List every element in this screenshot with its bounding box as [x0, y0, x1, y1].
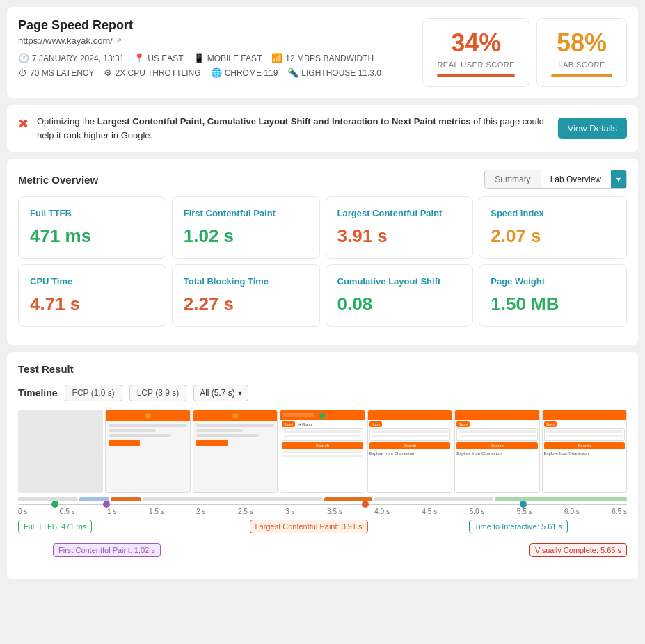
screen5-form — [369, 428, 450, 441]
screen4-tab2: ✈ Flights — [296, 421, 314, 427]
screen7-content: Stays Search Explore from Charleston — [543, 420, 626, 457]
meta-row-2: ⏱70 MS LATENCY ⚙2X CPU THROTTLING 🌐CHROM… — [18, 67, 415, 78]
screen4-logo — [283, 413, 314, 417]
screen4-result2 — [282, 455, 363, 457]
alert-card: ✖ Optimizing the Largest Contentful Pain… — [7, 105, 638, 152]
timeline-btn-all[interactable]: All (5.7 s) ▾ — [193, 385, 248, 401]
screen5-f2 — [372, 435, 448, 437]
screen4-results — [282, 451, 363, 457]
axis-label-0: 0 s — [18, 508, 27, 515]
meta-location: 📍US EAST — [134, 53, 183, 63]
metric-lcp-name: Largest Contentful Paint — [337, 208, 462, 218]
progress-bar-1 — [18, 497, 78, 501]
screen6-tab: Stays — [456, 421, 470, 427]
timeline-label: Timeline — [18, 387, 58, 399]
timeline-btn-fcp[interactable]: FCP (1.0 s) — [65, 385, 122, 401]
alert-text-before: Optimizing the — [37, 116, 97, 127]
screen5-tab: Stays — [369, 421, 383, 427]
view-details-button[interactable]: View Details — [558, 118, 627, 139]
header-left: Page Speed Report https://www.kayak.com/… — [18, 18, 415, 87]
metric-full-ttfb: Full TTFB 471 ms — [18, 196, 166, 259]
report-url: https://www.kayak.com/ ↗ — [18, 35, 415, 46]
screen4-content: Stays ✈ Flights Search — [280, 420, 364, 460]
metric-tbt-value: 2.27 s — [184, 293, 308, 315]
meta-chrome: 🌐CHROME 119 — [211, 67, 278, 78]
marker-tti: Time to Interactive: 5.61 s — [469, 520, 568, 533]
screen6-search: Search — [456, 442, 537, 449]
screen7-header — [543, 410, 626, 420]
location-icon: 📍 — [134, 53, 145, 63]
timeline-btn-lcp[interactable]: LCP (3.9 s) — [129, 385, 186, 401]
fake-line-short — [109, 429, 155, 432]
real-user-score-value: 34% — [451, 29, 501, 58]
metric-fcp-name: First Contentful Paint — [184, 208, 308, 218]
screenshot-6: Stays Search Explore from Charleston — [454, 410, 539, 493]
progress-bar-6 — [374, 497, 494, 501]
latency-icon: ⏱ — [18, 67, 27, 78]
screenshot-4-dot — [319, 413, 325, 419]
bandwidth-icon: 📶 — [271, 53, 282, 63]
fake-screen — [106, 410, 189, 492]
screenshot-dot-orange — [145, 413, 151, 419]
marker-ttfb: Full TTFB: 471 ms — [18, 520, 92, 533]
dot-tti — [520, 501, 527, 508]
screenshot-3 — [193, 410, 278, 493]
metric-page-weight-name: Page Weight — [491, 276, 615, 287]
tab-dropdown-button[interactable]: ▾ — [611, 170, 626, 188]
external-link-icon: ↗ — [116, 36, 122, 45]
alert-text-bold: Largest Contentful Paint, Cumulative Lay… — [97, 116, 471, 127]
screen6-f2 — [459, 435, 535, 437]
meta-cpu: ⚙2X CPU THROTTLING — [104, 67, 200, 78]
screen7-tabs: Stays — [544, 421, 625, 427]
screenshot-1 — [18, 410, 103, 493]
metric-tbt-name: Total Blocking Time — [184, 276, 308, 287]
tab-lab-overview[interactable]: Lab Overview — [541, 170, 611, 188]
axis-label-3: 3 s — [285, 508, 294, 515]
progress-bar-3 — [111, 497, 141, 501]
real-user-score-underline — [437, 74, 515, 77]
dot-ttfb — [51, 501, 58, 508]
metric-overview-header: Metric Overview Summary Lab Overview ▾ — [18, 170, 627, 189]
metrics-grid: Full TTFB 471 ms First Contentful Paint … — [18, 196, 627, 327]
metric-cls-value: 0.08 — [337, 293, 462, 315]
fake-line-3b — [196, 429, 243, 432]
header-card: Page Speed Report https://www.kayak.com/… — [7, 7, 638, 98]
real-user-score-label: REAL USER SCORE — [437, 61, 515, 69]
metric-overview-title: Metric Overview — [18, 174, 98, 186]
tab-group: Summary Lab Overview ▾ — [484, 170, 627, 189]
fake-screen-3 — [193, 410, 277, 492]
metric-tbt: Total Blocking Time 2.27 s — [172, 264, 320, 327]
chrome-icon: 🌐 — [211, 67, 222, 78]
dropdown-chevron-icon: ▾ — [238, 388, 242, 398]
marker-lcp: Largest Contentful Paint: 3.91 s — [250, 520, 368, 533]
screen5-content: Stays Search Explore from Charleston — [368, 420, 452, 457]
report-title: Page Speed Report — [18, 18, 415, 33]
screenshots-container: Stays ✈ Flights Search — [18, 410, 627, 493]
real-user-score-box: 34% REAL USER SCORE — [422, 18, 529, 87]
metric-cpu-time-name: CPU Time — [30, 276, 154, 287]
screen6-label: Explore from Charleston — [456, 451, 537, 456]
tab-summary[interactable]: Summary — [485, 170, 540, 188]
fake-line-medium — [109, 434, 171, 437]
fake-btn — [109, 440, 140, 446]
meta-row-1: 🕐7 JANUARY 2024, 13:31 📍US EAST 📱MOBILE … — [18, 53, 415, 63]
screen5-f1 — [372, 430, 448, 433]
screen4-tab1: Stays — [282, 421, 295, 427]
metric-full-ttfb-value: 471 ms — [30, 225, 154, 247]
alert-icon: ✖ — [18, 116, 29, 131]
axis-label-1: 1 s — [107, 508, 116, 515]
metric-page-weight: Page Weight 1.50 MB — [479, 264, 627, 327]
axis-label-4: 4.0 s — [374, 508, 390, 515]
dot-fcp — [103, 501, 110, 508]
screen7-search: Search — [544, 442, 625, 449]
axis-label-65: 6.5 s — [612, 508, 627, 515]
meta-bandwidth: 📶12 MBPS BANDWIDTH — [271, 53, 374, 63]
metric-full-ttfb-name: Full TTFB — [30, 208, 154, 218]
timeline-header: Timeline FCP (1.0 s) LCP (3.9 s) All (5.… — [18, 385, 627, 401]
screen5-tabs: Stays — [369, 421, 450, 427]
marker-vc: Visually Complete: 5.65 s — [529, 543, 627, 557]
test-result-section: Test Result Timeline FCP (1.0 s) LCP (3.… — [7, 352, 638, 579]
clock-icon: 🕐 — [18, 53, 29, 63]
screen4-field1 — [284, 430, 360, 433]
screen6-form — [456, 428, 537, 441]
